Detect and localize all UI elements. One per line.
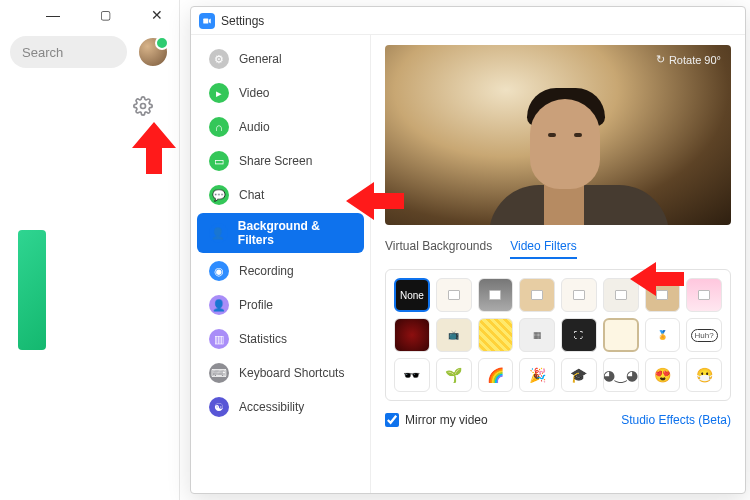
- annotation-arrow-tab: [630, 260, 684, 298]
- accessibility-icon: ☯: [209, 397, 229, 417]
- filter-emoji-frame[interactable]: [478, 318, 514, 352]
- filter-heart-eyes[interactable]: 😍: [645, 358, 681, 392]
- sidebar-item-label: Statistics: [239, 332, 287, 346]
- settings-title: Settings: [221, 14, 264, 28]
- filter-tile[interactable]: [436, 278, 472, 312]
- filter-film-frame[interactable]: ▦: [519, 318, 555, 352]
- filter-sprout[interactable]: 🌱: [436, 358, 472, 392]
- annotation-arrow-sidebar: [346, 180, 404, 222]
- sidebar-item-accessibility[interactable]: ☯Accessibility: [197, 391, 364, 423]
- studio-effects-link[interactable]: Studio Effects (Beta): [621, 413, 731, 427]
- search-input[interactable]: Search: [10, 36, 127, 68]
- zoom-app-icon: [199, 13, 215, 29]
- sidebar-item-label: Audio: [239, 120, 270, 134]
- share-screen-icon: ▭: [209, 151, 229, 171]
- filter-retro-tv[interactable]: 📺: [436, 318, 472, 352]
- sidebar-item-recording[interactable]: ◉Recording: [197, 255, 364, 287]
- settings-panel: ↻ Rotate 90° Virtual Backgrounds Video F…: [371, 35, 745, 493]
- maximize-button[interactable]: [87, 1, 123, 29]
- sidebar-item-label: Recording: [239, 264, 294, 278]
- headphones-icon: ∩: [209, 117, 229, 137]
- sidebar-item-background-filters[interactable]: 👤Background & Filters: [197, 213, 364, 253]
- search-placeholder: Search: [22, 45, 63, 60]
- rotate-icon: ↻: [656, 53, 665, 66]
- sidebar-item-audio[interactable]: ∩Audio: [197, 111, 364, 143]
- sidebar-item-label: Share Screen: [239, 154, 312, 168]
- tab-virtual-backgrounds[interactable]: Virtual Backgrounds: [385, 235, 492, 259]
- filter-ribbon-badge[interactable]: 🏅: [645, 318, 681, 352]
- filter-sunglasses[interactable]: 🕶️: [394, 358, 430, 392]
- filter-none[interactable]: None: [394, 278, 430, 312]
- filter-cute-eyes[interactable]: ◕‿◕: [603, 358, 639, 392]
- sidebar-tile: [18, 230, 46, 350]
- sidebar-item-label: Background & Filters: [238, 219, 352, 247]
- svg-point-0: [141, 104, 146, 109]
- sidebar-item-label: Video: [239, 86, 269, 100]
- panel-bottom-row: Mirror my video Studio Effects (Beta): [385, 411, 731, 427]
- mirror-checkbox-input[interactable]: [385, 413, 399, 427]
- keyboard-icon: ⌨: [209, 363, 229, 383]
- sidebar-item-profile[interactable]: 👤Profile: [197, 289, 364, 321]
- filter-tile[interactable]: [561, 278, 597, 312]
- video-preview: ↻ Rotate 90°: [385, 45, 731, 225]
- rotate-button[interactable]: ↻ Rotate 90°: [656, 53, 721, 66]
- filter-gold-frame[interactable]: [603, 318, 639, 352]
- background-app-window: Search: [0, 0, 180, 500]
- gear-icon: ⚙: [209, 49, 229, 69]
- sidebar-item-video[interactable]: ▸Video: [197, 77, 364, 109]
- record-icon: ◉: [209, 261, 229, 281]
- chat-icon: 💬: [209, 185, 229, 205]
- filter-tile[interactable]: [686, 278, 722, 312]
- settings-header: Settings: [191, 7, 745, 35]
- sidebar-item-general[interactable]: ⚙General: [197, 43, 364, 75]
- avatar[interactable]: [137, 36, 169, 68]
- annotation-arrow-gear: [130, 122, 178, 174]
- filter-tabs: Virtual Backgrounds Video Filters: [385, 235, 731, 259]
- profile-icon: 👤: [209, 295, 229, 315]
- settings-window: Settings ⚙General ▸Video ∩Audio ▭Share S…: [190, 6, 746, 494]
- tab-video-filters[interactable]: Video Filters: [510, 235, 576, 259]
- mirror-label: Mirror my video: [405, 413, 488, 427]
- sidebar-item-statistics[interactable]: ▥Statistics: [197, 323, 364, 355]
- sidebar-item-label: Accessibility: [239, 400, 304, 414]
- sidebar-item-label: Chat: [239, 188, 264, 202]
- sidebar-item-label: Keyboard Shortcuts: [239, 366, 344, 380]
- minimize-button[interactable]: [35, 1, 71, 29]
- sidebar-item-share-screen[interactable]: ▭Share Screen: [197, 145, 364, 177]
- sidebar-item-chat[interactable]: 💬Chat: [197, 179, 364, 211]
- stats-icon: ▥: [209, 329, 229, 349]
- rotate-label: Rotate 90°: [669, 54, 721, 66]
- filter-crop-frame[interactable]: ⛶: [561, 318, 597, 352]
- window-titlebar: [0, 0, 179, 30]
- close-button[interactable]: [139, 1, 175, 29]
- filter-tile[interactable]: [519, 278, 555, 312]
- filter-tile[interactable]: [478, 278, 514, 312]
- svg-marker-2: [132, 122, 176, 174]
- svg-marker-4: [630, 262, 684, 296]
- search-row: Search: [0, 30, 179, 74]
- sidebar-item-label: Profile: [239, 298, 273, 312]
- filter-grad-cap[interactable]: 🎓: [561, 358, 597, 392]
- person-icon: 👤: [209, 223, 228, 243]
- settings-sidebar: ⚙General ▸Video ∩Audio ▭Share Screen 💬Ch…: [191, 35, 371, 493]
- filter-party-hat[interactable]: 🎉: [519, 358, 555, 392]
- gear-icon[interactable]: [133, 96, 153, 116]
- sidebar-item-keyboard-shortcuts[interactable]: ⌨Keyboard Shortcuts: [197, 357, 364, 389]
- svg-marker-3: [346, 182, 404, 220]
- sidebar-item-label: General: [239, 52, 282, 66]
- filter-speech-bubble[interactable]: Huh?: [686, 318, 722, 352]
- filter-rainbow[interactable]: 🌈: [478, 358, 514, 392]
- filter-face-mask[interactable]: 😷: [686, 358, 722, 392]
- video-icon: ▸: [209, 83, 229, 103]
- mirror-video-checkbox[interactable]: Mirror my video: [385, 413, 488, 427]
- filter-theater[interactable]: [394, 318, 430, 352]
- svg-rect-1: [203, 18, 208, 23]
